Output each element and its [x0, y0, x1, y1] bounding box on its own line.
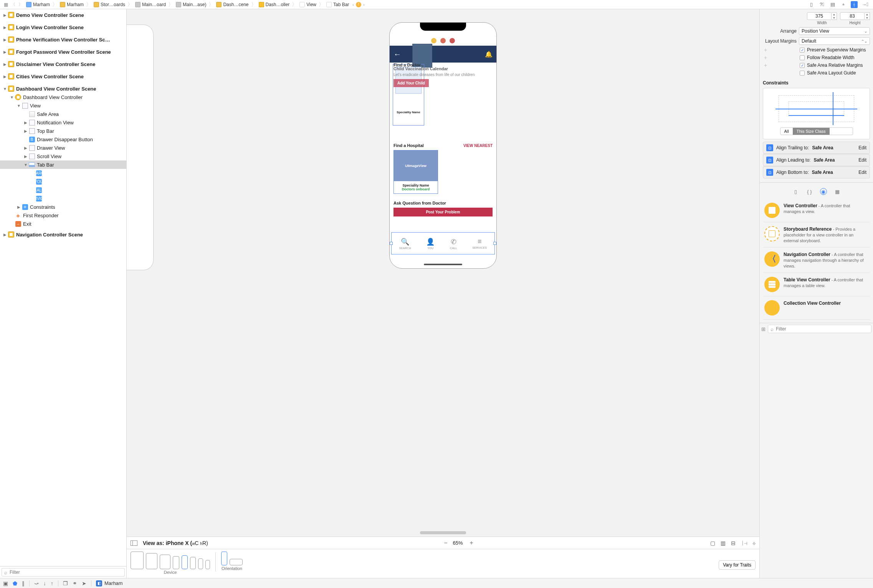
breadcrumb-item[interactable]: Marham [25, 2, 51, 7]
drawer-button-row[interactable]: B Drawer Disappear Button [0, 135, 126, 144]
edit-button[interactable]: Edit [858, 145, 866, 150]
project-indicator[interactable]: ◧ Marham [96, 580, 123, 586]
device-iphone-x[interactable] [182, 555, 188, 569]
scene-row[interactable]: ▶Phone Verification View Controller Sc… [0, 35, 126, 44]
scene-row[interactable]: ▶Demo View Controller Scene [0, 11, 126, 19]
exit-row[interactable]: Exit [0, 220, 126, 228]
outline-toggle-icon[interactable] [131, 540, 137, 546]
height-stepper[interactable]: ▲▼ [865, 12, 870, 20]
hide-debug-icon[interactable]: ▣ [3, 580, 8, 586]
tab-item-row[interactable]: SERVICES [0, 194, 126, 203]
update-frames-icon[interactable]: ▢ [710, 540, 715, 546]
tab-bar-row[interactable]: ▼ Tab Bar [0, 160, 126, 169]
nav-forward-icon[interactable]: 〉 [17, 2, 24, 7]
top-bar-row[interactable]: ▶ Top Bar [0, 127, 126, 135]
tab-you[interactable]: 👤YOU [426, 238, 435, 249]
tab-search[interactable]: 🔍SEARCH [399, 238, 411, 249]
breadcrumb-item[interactable]: View [298, 2, 318, 7]
zoom-in-button[interactable]: ＋ [468, 539, 475, 547]
library-item[interactable]: Table View Controller - A controller tha… [763, 273, 870, 296]
breadcrumb-item[interactable]: Tab Bar [325, 2, 351, 7]
arrange-select[interactable]: Position View⌄ [799, 27, 870, 35]
file-inspector-icon[interactable]: ▯ [808, 1, 815, 8]
library-filter[interactable]: ⌕ [768, 325, 871, 333]
tab-item-row[interactable]: CALL [0, 186, 126, 194]
constraint-row[interactable]: ⊡Align Leading to: Safe AreaEdit [763, 154, 870, 166]
library-item[interactable]: Storyboard Reference - Provides a placeh… [763, 222, 870, 248]
resize-handle-right[interactable] [493, 242, 496, 245]
crumb-fwd-icon[interactable]: › [362, 2, 366, 7]
step-out-icon[interactable]: ↑ [51, 580, 53, 586]
breadcrumb-item[interactable]: Dash…oller [257, 2, 291, 7]
constraint-row[interactable]: ⊡Align Bottom to: Safe AreaEdit [763, 166, 870, 178]
outline-tree[interactable]: ▶Demo View Controller Scene▶Login View C… [0, 9, 126, 566]
device-ipad-large[interactable] [131, 552, 144, 569]
add-option-icon[interactable]: + [763, 55, 768, 61]
warning-icon[interactable]: ! [356, 2, 361, 7]
device-ipad-small[interactable] [160, 555, 170, 569]
notification-view-row[interactable]: ▶ Notification View [0, 118, 126, 127]
vc-row-dashboard[interactable]: ▼ Dashboard View Controller [0, 93, 126, 101]
orientation-portrait[interactable] [221, 552, 227, 565]
zoom-value[interactable]: 65% [453, 540, 463, 546]
tab-call[interactable]: ✆CALL [450, 238, 457, 249]
width-field[interactable]: 375 [807, 12, 832, 20]
post-problem-button[interactable]: Post Your Problem [394, 208, 493, 216]
preserve-checkbox[interactable]: ✓ [800, 48, 805, 53]
canvas-scrollbar[interactable] [420, 531, 466, 534]
constraint-row[interactable]: ⊡Align Trailing to: Safe AreaEdit [763, 142, 870, 154]
object-library-tab-icon[interactable]: ◉ [820, 188, 827, 195]
constraints-diagram[interactable] [775, 92, 857, 125]
first-responder-row[interactable]: ◈ First Responder [0, 211, 126, 220]
resize-handle-left[interactable] [390, 242, 393, 245]
object-library-list[interactable]: View Controller - A controller that mana… [763, 199, 870, 320]
scene-row[interactable]: ▶Forgot Password View Controller Scene [0, 48, 126, 56]
breadcrumb-item[interactable]: Main…oard [134, 2, 167, 7]
add-option-icon[interactable]: + [763, 47, 768, 53]
grid-view-icon[interactable]: ⊞ [761, 326, 766, 332]
library-item[interactable]: Collection View Controller [763, 296, 870, 320]
device-iphone-plus[interactable] [173, 556, 179, 569]
add-option-icon[interactable]: + [763, 62, 768, 68]
back-arrow-icon[interactable]: ← [394, 50, 401, 59]
size-inspector-icon[interactable]: ⟊ [851, 1, 858, 8]
view-row[interactable]: ▼ View [0, 101, 126, 110]
help-inspector-icon[interactable]: ?⃝ [818, 1, 825, 8]
library-item[interactable]: 〈Navigation Controller - A controller th… [763, 248, 870, 273]
scene-row-navigation[interactable]: ▶ Navigation Controller Scene [0, 230, 126, 239]
embed-icon[interactable]: ▥ [721, 540, 726, 546]
breadcrumb-item[interactable]: Marham [58, 2, 85, 7]
view-nearest-link[interactable]: VIEW NEAREST [463, 144, 493, 148]
tab-bar-selection[interactable]: 🔍SEARCH 👤YOU ✆CALL ≡SERVICES [391, 232, 495, 254]
breakpoints-icon[interactable]: ⬟ [13, 580, 17, 586]
margins-select[interactable]: Default⌃⌄ [799, 37, 870, 45]
device-iphone[interactable] [190, 557, 196, 569]
device-iphone-se[interactable] [198, 558, 203, 569]
device-ipad[interactable] [146, 553, 157, 569]
safe-guide-checkbox[interactable] [800, 71, 805, 76]
tab-services[interactable]: ≡SERVICES [472, 238, 487, 249]
bell-icon[interactable]: 🔔 [485, 51, 493, 58]
scene-row[interactable]: ▶Disclaimer View Controller Scene [0, 60, 126, 68]
scene-row-dashboard[interactable]: ▼ Dashboard View Controller Scene [0, 84, 126, 93]
vary-for-traits-button[interactable]: Vary for Traits [719, 560, 756, 570]
edit-button[interactable]: Edit [858, 170, 866, 175]
outline-filter[interactable]: ⌕ [2, 568, 125, 576]
device-iphone-4s[interactable] [205, 560, 210, 569]
media-library-tab-icon[interactable]: ▦ [834, 188, 841, 195]
memory-graph-icon[interactable]: ⚭ [73, 580, 77, 586]
seg-this[interactable]: This Size Class [793, 128, 830, 135]
constraints-row[interactable]: ▶ Constraints [0, 203, 126, 211]
scene-row[interactable]: ▶Login View Controller Scene [0, 23, 126, 31]
seg-all[interactable]: All [780, 128, 793, 135]
attributes-inspector-icon[interactable]: ⍏ [840, 1, 847, 8]
code-snippet-tab-icon[interactable]: { } [806, 188, 813, 195]
breadcrumb-item[interactable]: Dash…cene [215, 2, 250, 7]
location-icon[interactable]: ➤ [82, 580, 86, 586]
width-stepper[interactable]: ▲▼ [832, 12, 837, 20]
pin-icon[interactable]: ᛁ⊣ [741, 540, 747, 546]
related-items-icon[interactable]: ▦ [2, 1, 9, 8]
align-icon[interactable]: ⊟ [731, 540, 736, 546]
safe-area-row[interactable]: Safe Area [0, 110, 126, 118]
size-class-segment[interactable]: All This Size Class [780, 127, 853, 135]
